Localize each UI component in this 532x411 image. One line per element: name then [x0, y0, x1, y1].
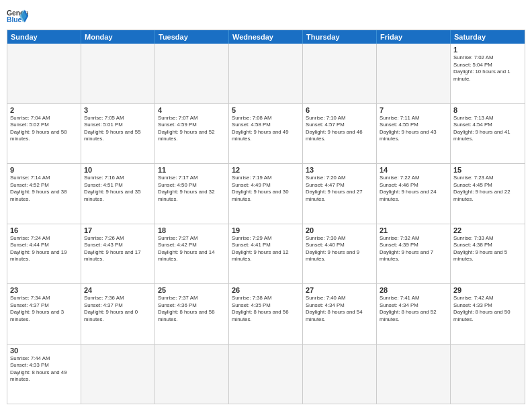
- day-info: Sunrise: 7:05 AM Sunset: 5:01 PM Dayligh…: [84, 115, 152, 143]
- day-number: 12: [232, 166, 300, 174]
- calendar-cell: 15Sunrise: 7:23 AM Sunset: 4:45 PM Dayli…: [451, 164, 525, 224]
- day-info: Sunrise: 7:16 AM Sunset: 4:51 PM Dayligh…: [84, 175, 152, 203]
- calendar-cell: 4Sunrise: 7:07 AM Sunset: 4:59 PM Daylig…: [155, 104, 229, 164]
- calendar-cell: 21Sunrise: 7:32 AM Sunset: 4:39 PM Dayli…: [377, 224, 451, 284]
- day-info: Sunrise: 7:40 AM Sunset: 4:34 PM Dayligh…: [306, 295, 373, 323]
- calendar-cell: 3Sunrise: 7:05 AM Sunset: 5:01 PM Daylig…: [81, 104, 155, 164]
- day-info: Sunrise: 7:38 AM Sunset: 4:35 PM Dayligh…: [232, 295, 300, 323]
- day-number: 13: [306, 166, 373, 174]
- day-info: Sunrise: 7:08 AM Sunset: 4:58 PM Dayligh…: [232, 115, 300, 143]
- calendar-cell: [303, 44, 377, 103]
- calendar-cell: 1Sunrise: 7:02 AM Sunset: 5:04 PM Daylig…: [451, 44, 525, 103]
- header-day-friday: Friday: [377, 30, 451, 44]
- day-number: 15: [453, 166, 522, 174]
- calendar-week-0: 1Sunrise: 7:02 AM Sunset: 5:04 PM Daylig…: [7, 44, 525, 104]
- day-info: Sunrise: 7:02 AM Sunset: 5:04 PM Dayligh…: [453, 54, 522, 83]
- calendar-cell: 17Sunrise: 7:26 AM Sunset: 4:43 PM Dayli…: [81, 224, 155, 284]
- day-number: 7: [380, 106, 447, 114]
- calendar-cell: [7, 44, 81, 103]
- day-info: Sunrise: 7:32 AM Sunset: 4:39 PM Dayligh…: [380, 235, 447, 263]
- day-number: 28: [380, 286, 447, 294]
- calendar-cell: 12Sunrise: 7:19 AM Sunset: 4:49 PM Dayli…: [229, 164, 303, 224]
- calendar-cell: [155, 44, 229, 103]
- calendar-cell: 9Sunrise: 7:14 AM Sunset: 4:52 PM Daylig…: [7, 164, 81, 224]
- day-number: 14: [380, 166, 447, 174]
- day-number: 1: [453, 46, 522, 54]
- day-info: Sunrise: 7:41 AM Sunset: 4:34 PM Dayligh…: [380, 295, 447, 323]
- header-day-wednesday: Wednesday: [229, 30, 303, 44]
- calendar-cell: 7Sunrise: 7:11 AM Sunset: 4:55 PM Daylig…: [377, 104, 451, 164]
- day-number: 4: [158, 106, 226, 114]
- day-number: 9: [10, 166, 78, 174]
- day-info: Sunrise: 7:36 AM Sunset: 4:37 PM Dayligh…: [84, 295, 152, 323]
- day-info: Sunrise: 7:44 AM Sunset: 4:33 PM Dayligh…: [10, 355, 78, 383]
- header-day-monday: Monday: [81, 30, 155, 44]
- calendar-week-5: 30Sunrise: 7:44 AM Sunset: 4:33 PM Dayli…: [7, 345, 525, 404]
- day-number: 21: [380, 226, 447, 234]
- day-number: 5: [232, 106, 300, 114]
- calendar-cell: 24Sunrise: 7:36 AM Sunset: 4:37 PM Dayli…: [81, 284, 155, 344]
- calendar-cell: 28Sunrise: 7:41 AM Sunset: 4:34 PM Dayli…: [377, 284, 451, 344]
- day-number: 24: [84, 286, 152, 294]
- calendar-cell: [303, 345, 377, 404]
- header-day-sunday: Sunday: [7, 30, 81, 44]
- calendar-cell: 2Sunrise: 7:04 AM Sunset: 5:02 PM Daylig…: [7, 104, 81, 164]
- day-info: Sunrise: 7:13 AM Sunset: 4:54 PM Dayligh…: [453, 115, 522, 143]
- day-number: 11: [158, 166, 226, 174]
- calendar-week-2: 9Sunrise: 7:14 AM Sunset: 4:52 PM Daylig…: [7, 164, 525, 224]
- calendar-cell: 8Sunrise: 7:13 AM Sunset: 4:54 PM Daylig…: [451, 104, 525, 164]
- calendar-cell: 30Sunrise: 7:44 AM Sunset: 4:33 PM Dayli…: [7, 345, 81, 404]
- day-number: 29: [453, 286, 522, 294]
- day-info: Sunrise: 7:29 AM Sunset: 4:41 PM Dayligh…: [232, 235, 300, 263]
- day-number: 17: [84, 226, 152, 234]
- calendar-cell: 25Sunrise: 7:37 AM Sunset: 4:36 PM Dayli…: [155, 284, 229, 344]
- day-number: 27: [306, 286, 373, 294]
- day-info: Sunrise: 7:07 AM Sunset: 4:59 PM Dayligh…: [158, 115, 226, 143]
- calendar-cell: 5Sunrise: 7:08 AM Sunset: 4:58 PM Daylig…: [229, 104, 303, 164]
- day-info: Sunrise: 7:30 AM Sunset: 4:40 PM Dayligh…: [306, 235, 373, 263]
- day-info: Sunrise: 7:20 AM Sunset: 4:47 PM Dayligh…: [306, 175, 373, 203]
- calendar-cell: [81, 345, 155, 404]
- calendar-cell: 26Sunrise: 7:38 AM Sunset: 4:35 PM Dayli…: [229, 284, 303, 344]
- svg-text:Blue: Blue: [7, 16, 21, 24]
- calendar-cell: 18Sunrise: 7:27 AM Sunset: 4:42 PM Dayli…: [155, 224, 229, 284]
- day-number: 25: [158, 286, 226, 294]
- day-info: Sunrise: 7:34 AM Sunset: 4:37 PM Dayligh…: [10, 295, 78, 323]
- calendar-cell: [81, 44, 155, 103]
- calendar-cell: [229, 44, 303, 103]
- calendar-cell: 10Sunrise: 7:16 AM Sunset: 4:51 PM Dayli…: [81, 164, 155, 224]
- calendar-cell: 27Sunrise: 7:40 AM Sunset: 4:34 PM Dayli…: [303, 284, 377, 344]
- day-number: 3: [84, 106, 152, 114]
- day-number: 6: [306, 106, 373, 114]
- day-number: 19: [232, 226, 300, 234]
- day-info: Sunrise: 7:23 AM Sunset: 4:45 PM Dayligh…: [453, 175, 522, 203]
- calendar-cell: 19Sunrise: 7:29 AM Sunset: 4:41 PM Dayli…: [229, 224, 303, 284]
- logo-icon: General Blue: [7, 7, 28, 26]
- header-day-thursday: Thursday: [303, 30, 377, 44]
- day-info: Sunrise: 7:26 AM Sunset: 4:43 PM Dayligh…: [84, 235, 152, 263]
- calendar-week-3: 16Sunrise: 7:24 AM Sunset: 4:44 PM Dayli…: [7, 224, 525, 285]
- calendar-cell: 14Sunrise: 7:22 AM Sunset: 4:46 PM Dayli…: [377, 164, 451, 224]
- calendar-cell: 29Sunrise: 7:42 AM Sunset: 4:33 PM Dayli…: [451, 284, 525, 344]
- calendar-cell: [155, 345, 229, 404]
- day-info: Sunrise: 7:22 AM Sunset: 4:46 PM Dayligh…: [380, 175, 447, 203]
- day-number: 8: [453, 106, 522, 114]
- calendar-cell: [377, 345, 451, 404]
- logo: General Blue: [7, 7, 28, 26]
- day-number: 23: [10, 286, 78, 294]
- day-info: Sunrise: 7:04 AM Sunset: 5:02 PM Dayligh…: [10, 115, 78, 143]
- day-info: Sunrise: 7:24 AM Sunset: 4:44 PM Dayligh…: [10, 235, 78, 263]
- day-number: 10: [84, 166, 152, 174]
- day-info: Sunrise: 7:37 AM Sunset: 4:36 PM Dayligh…: [158, 295, 226, 323]
- calendar-cell: 6Sunrise: 7:10 AM Sunset: 4:57 PM Daylig…: [303, 104, 377, 164]
- calendar-body: 1Sunrise: 7:02 AM Sunset: 5:04 PM Daylig…: [7, 44, 525, 404]
- calendar-cell: 16Sunrise: 7:24 AM Sunset: 4:44 PM Dayli…: [7, 224, 81, 284]
- calendar: SundayMondayTuesdayWednesdayThursdayFrid…: [7, 30, 525, 404]
- day-info: Sunrise: 7:17 AM Sunset: 4:50 PM Dayligh…: [158, 175, 226, 203]
- calendar-week-4: 23Sunrise: 7:34 AM Sunset: 4:37 PM Dayli…: [7, 284, 525, 345]
- day-number: 26: [232, 286, 300, 294]
- day-number: 30: [10, 347, 78, 355]
- calendar-cell: [451, 345, 525, 404]
- day-number: 22: [453, 226, 522, 234]
- day-info: Sunrise: 7:42 AM Sunset: 4:33 PM Dayligh…: [453, 295, 522, 323]
